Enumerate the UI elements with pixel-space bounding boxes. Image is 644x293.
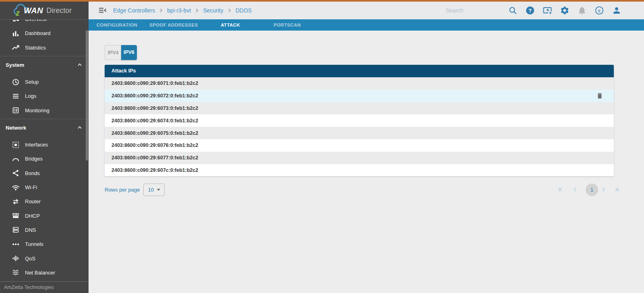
sidebar-network-items: Interfaces Bridges Bonds Wi-Fi Router DH… (0, 138, 89, 280)
breadcrumb-ddos[interactable]: DDOS (235, 7, 252, 14)
sidebar: Overview Dashboard Statistics System Set… (0, 2, 89, 293)
attack-ip: 2403:8600:c090:29:6076:0:feb1:b2c2 (111, 142, 198, 148)
sidebar-item-dashboard[interactable]: Dashboard (0, 26, 89, 40)
sidebar-item-label: Dashboard (25, 30, 51, 36)
sidebar-item-label: Bonds (25, 170, 40, 176)
sidebar-item-label: Monitoring (25, 107, 50, 113)
last-page-icon[interactable] (614, 186, 620, 193)
section-label: Network (6, 125, 26, 131)
breadcrumb: Edge Controllers bpi-r3-bvt Security DDO… (113, 7, 252, 14)
notifications-bell-icon[interactable] (577, 6, 587, 15)
sidebar-footer: AmZetta Technologies (0, 281, 89, 293)
sidebar-item-label: Setup (25, 79, 39, 85)
help-icon[interactable]: ? (525, 6, 535, 15)
sidebar-item-label: Wi-Fi (25, 184, 37, 190)
brand-header: z WAN Director (0, 2, 89, 20)
search-input[interactable] (446, 7, 504, 14)
table-row[interactable]: 2403:8600:c090:29:6074:0:feb1:b2c2 (105, 114, 614, 127)
sidebar-item-label: QoS (25, 256, 35, 262)
account-person-icon[interactable] (612, 6, 621, 15)
sidebar-item-router[interactable]: Router (0, 194, 89, 208)
sidebar-item-logs[interactable]: Logs (0, 89, 89, 103)
rows-per-page-label: Rows per page (105, 187, 140, 193)
sidebar-item-dhcp[interactable]: DHCP (0, 208, 89, 223)
table-row-highlighted[interactable]: 2403:8600:c090:29:6072:0:feb1:b2c2 (105, 90, 614, 102)
top-accent-strip (0, 0, 644, 2)
sidebar-section-network[interactable]: Network (0, 119, 89, 136)
first-page-icon[interactable] (557, 186, 564, 193)
ipv4-toggle-button[interactable]: IPV4 (105, 45, 121, 60)
sidebar-item-dns[interactable]: DNS (0, 223, 89, 237)
sidebar-item-qos[interactable]: QoS (0, 251, 89, 265)
menu-collapse-icon[interactable] (98, 6, 107, 15)
chevron-up-icon (77, 125, 83, 130)
search-icon[interactable] (508, 6, 518, 15)
brand-product: Director (46, 6, 72, 15)
chevron-up-icon (77, 62, 83, 68)
interfaces-icon (12, 141, 20, 149)
table-row[interactable]: 2403:8600:c090:29:6077:0:feb1:b2c2 (105, 152, 614, 164)
section-label: System (6, 62, 24, 68)
breadcrumb-edge-controllers[interactable]: Edge Controllers (113, 7, 155, 14)
tab-attack[interactable]: ATTACK (202, 19, 259, 31)
sidebar-section-system[interactable]: System (0, 56, 89, 73)
statistics-icon (12, 43, 20, 52)
rows-per-page-select[interactable]: 10 (143, 184, 165, 196)
current-page-badge[interactable]: 1 (586, 184, 598, 196)
dots-icon (12, 240, 20, 248)
sidebar-item-label: Statistics (25, 45, 46, 51)
sidebar-item-label: Router (25, 198, 41, 204)
swap-arrows-icon (12, 198, 20, 206)
sidebar-item-label: Bridges (25, 156, 43, 162)
tab-configuration[interactable]: CONFIGURATION (89, 19, 145, 31)
previous-page-icon[interactable] (572, 186, 578, 193)
table-row[interactable]: 2403:8600:c090:29:6076:0:feb1:b2c2 (105, 139, 614, 152)
table-row[interactable]: 2403:8600:c090:29:6075:0:feb1:b2c2 (105, 127, 614, 139)
tab-spoof-addresses[interactable]: SPOOF ADDRESSES (145, 19, 202, 31)
lines-icon (12, 92, 20, 100)
appbar: Edge Controllers bpi-r3-bvt Security DDO… (89, 2, 644, 19)
clock-icon (12, 78, 20, 86)
copyright-icon[interactable]: c (594, 6, 604, 15)
chevron-right-icon (195, 8, 199, 12)
attack-ip: 2403:8600:c090:29:607c:0:feb1:b2c2 (111, 167, 198, 173)
attack-ip: 2403:8600:c090:29:6074:0:feb1:b2c2 (111, 118, 198, 124)
table-row[interactable]: 2403:8600:c090:29:607c:0:feb1:b2c2 (105, 164, 614, 177)
next-page-icon[interactable] (601, 186, 607, 193)
breadcrumb-device[interactable]: bpi-r3-bvt (167, 7, 191, 14)
chevron-right-icon (159, 8, 163, 12)
ip-version-toggle: IPV4 IPV6 (105, 45, 137, 60)
sidebar-item-bonds[interactable]: Bonds (0, 166, 89, 180)
brand-wan: WAN (24, 6, 43, 15)
breadcrumb-security[interactable]: Security (203, 7, 223, 14)
svg-text:?: ? (528, 8, 532, 14)
attack-ip: 2403:8600:c090:29:6075:0:feb1:b2c2 (111, 130, 198, 136)
sidebar-item-setup[interactable]: Setup (0, 75, 89, 89)
sidebar-item-net-balancer[interactable]: Net Balancer (0, 266, 89, 280)
table-header: Attack IPs (105, 65, 614, 77)
sidebar-item-label: Tunnels (25, 241, 43, 247)
sidebar-item-interfaces[interactable]: Interfaces (0, 138, 89, 152)
sidebar-item-tunnels[interactable]: Tunnels (0, 237, 89, 251)
attack-ip: 2403:8600:c090:29:6077:0:feb1:b2c2 (111, 155, 198, 161)
settings-gear-icon[interactable] (560, 6, 570, 15)
tab-portscan[interactable]: PORTSCAN (259, 19, 316, 31)
table-row[interactable]: 2403:8600:c090:29:6073:0:feb1:b2c2 (105, 102, 614, 115)
table-footer: Rows per page 10 1 (105, 182, 620, 197)
sidebar-scrollbar[interactable] (86, 30, 88, 161)
sidebar-item-wifi[interactable]: Wi-Fi (0, 180, 89, 194)
table-row[interactable]: 2403:8600:c090:29:6071:0:feb1:b2c2 (105, 77, 614, 90)
chevron-down-icon (157, 189, 160, 191)
ipv6-toggle-button[interactable]: IPV6 (121, 45, 137, 60)
rows-per-page-value: 10 (148, 187, 154, 193)
brand-z: z (15, 8, 20, 17)
sidebar-item-statistics[interactable]: Statistics (0, 41, 89, 55)
attack-ip: 2403:8600:c090:29:6071:0:feb1:b2c2 (111, 80, 198, 86)
svg-text:c: c (598, 8, 601, 13)
sidebar-item-label: Net Balancer (25, 270, 55, 276)
waves-icon (12, 268, 20, 276)
sidebar-item-bridges[interactable]: Bridges (0, 152, 89, 166)
screen-share-icon[interactable] (543, 6, 552, 15)
delete-trash-icon[interactable] (596, 92, 603, 99)
sidebar-item-monitoring[interactable]: Monitoring (0, 103, 89, 118)
